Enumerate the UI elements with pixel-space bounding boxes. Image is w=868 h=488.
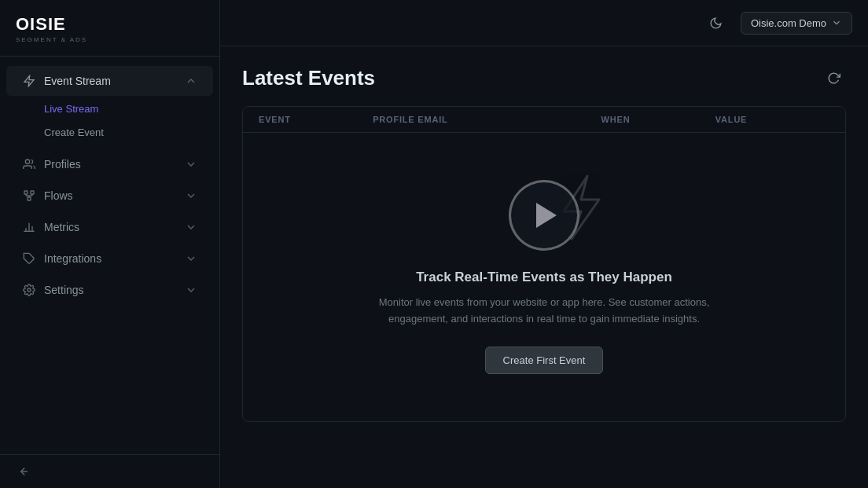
navigation: Event Stream Live Stream Create Event: [0, 57, 219, 454]
user-label: Oisie.com Demo: [751, 17, 826, 29]
svg-point-1: [25, 160, 29, 163]
bolt-icon: [22, 74, 36, 88]
play-button-visual: [509, 180, 579, 251]
logo-subtitle: SEGMENT & ADS: [16, 36, 204, 43]
sidebar-item-create-event-label: Create Event: [44, 127, 104, 138]
people-icon: [22, 157, 36, 171]
logo: OISIE: [16, 14, 204, 35]
col-profile-email: PROFILE EMAIL: [373, 115, 601, 124]
empty-state: Track Real-Time Events as They Happen Mo…: [243, 133, 845, 421]
gear-icon: [22, 283, 36, 297]
user-dropdown[interactable]: Oisie.com Demo: [741, 12, 852, 35]
table-header: EVENT PROFILE EMAIL WHEN VALUE: [243, 107, 845, 133]
sidebar-collapse-button[interactable]: [0, 454, 219, 488]
sidebar-item-integrations-label: Integrations: [44, 252, 101, 265]
sidebar-item-settings[interactable]: Settings: [6, 275, 213, 305]
main-content: Oisie.com Demo Latest Events EVENT PROFI…: [220, 0, 868, 488]
chevron-down-icon-integrations: [185, 252, 197, 265]
sidebar-item-event-stream[interactable]: Event Stream: [6, 66, 213, 96]
puzzle-icon: [22, 251, 36, 266]
svg-rect-2: [24, 191, 28, 194]
sidebar: OISIE SEGMENT & ADS Event Stream Live St…: [0, 0, 220, 488]
sidebar-item-create-event[interactable]: Create Event: [6, 121, 213, 144]
empty-state-title: Track Real-Time Events as They Happen: [416, 270, 672, 285]
empty-state-description: Monitor live events from your website or…: [375, 295, 713, 328]
sidebar-item-event-stream-label: Event Stream: [44, 75, 111, 87]
sidebar-item-flows[interactable]: Flows: [6, 181, 213, 211]
sidebar-item-metrics[interactable]: Metrics: [6, 212, 213, 242]
sidebar-item-profiles[interactable]: Profiles: [6, 149, 213, 179]
content-area: Latest Events EVENT PROFILE EMAIL WHEN V…: [220, 46, 868, 488]
sidebar-item-settings-label: Settings: [44, 284, 84, 296]
chevron-down-icon-settings: [185, 284, 197, 296]
sidebar-item-flows-label: Flows: [44, 189, 73, 202]
sidebar-item-live-stream[interactable]: Live Stream: [6, 97, 213, 120]
sidebar-item-live-stream-label: Live Stream: [44, 103, 98, 115]
logo-area: OISIE SEGMENT & ADS: [0, 0, 219, 57]
chevron-up-icon: [185, 75, 197, 87]
chevron-down-icon-flows: [185, 189, 197, 202]
page-title: Latest Events: [242, 66, 375, 90]
svg-point-14: [28, 288, 31, 292]
moon-icon: [709, 17, 723, 30]
chevron-down-icon-profiles: [185, 158, 197, 171]
sidebar-item-integrations[interactable]: Integrations: [6, 244, 213, 273]
collapse-icon: [16, 464, 30, 479]
svg-rect-3: [31, 191, 34, 194]
refresh-icon: [827, 72, 840, 85]
empty-visual: [509, 180, 579, 251]
event-stream-submenu: Live Stream Create Event: [0, 97, 219, 148]
flow-icon: [22, 189, 36, 203]
events-table: EVENT PROFILE EMAIL WHEN VALUE Track Rea…: [242, 106, 846, 422]
col-when: WHEN: [601, 115, 715, 124]
chevron-down-icon-metrics: [185, 221, 197, 233]
col-value: VALUE: [715, 115, 829, 124]
user-dropdown-chevron-icon: [831, 17, 842, 28]
sidebar-item-profiles-label: Profiles: [44, 158, 81, 171]
col-event: EVENT: [259, 115, 373, 124]
svg-marker-0: [24, 75, 34, 86]
chart-icon: [22, 220, 36, 234]
play-triangle: [536, 203, 557, 228]
theme-toggle-button[interactable]: [703, 9, 730, 36]
create-first-event-button[interactable]: Create First Event: [485, 347, 604, 374]
header: Oisie.com Demo: [220, 0, 868, 46]
page-header: Latest Events: [242, 65, 846, 90]
refresh-button[interactable]: [821, 65, 846, 90]
sidebar-item-metrics-label: Metrics: [44, 221, 79, 233]
svg-rect-4: [28, 197, 31, 200]
